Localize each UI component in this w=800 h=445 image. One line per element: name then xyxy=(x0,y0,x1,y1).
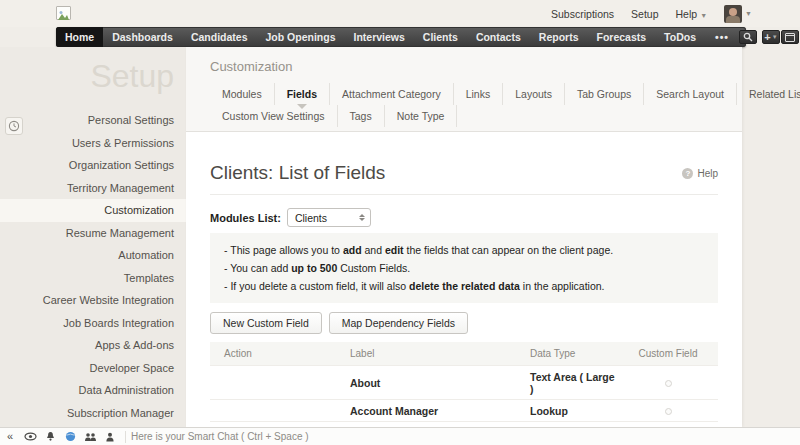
modules-select-value: Clients xyxy=(295,212,327,224)
column-header-action: Action xyxy=(210,342,336,366)
sidebar-item-personal-settings[interactable]: Personal Settings xyxy=(0,109,186,132)
tabs-row-2: Custom View SettingsTagsNote Type xyxy=(186,105,742,131)
nav-item-dashboards[interactable]: Dashboards xyxy=(103,27,182,47)
nav-item-forecasts[interactable]: Forecasts xyxy=(588,27,656,47)
tab-layouts[interactable]: Layouts xyxy=(503,83,565,105)
caret-down-icon: ▼ xyxy=(772,34,778,40)
custom-field-marker-icon xyxy=(665,380,672,387)
nav-item-more[interactable]: ••• xyxy=(705,27,739,47)
action-buttons: New Custom Field Map Dependency Fields xyxy=(210,312,718,334)
calendar-button[interactable] xyxy=(781,30,799,44)
tab-attachment-category[interactable]: Attachment Category xyxy=(330,83,454,105)
tab-tags[interactable]: Tags xyxy=(338,105,385,127)
nav-item-job-openings[interactable]: Job Openings xyxy=(256,27,344,47)
note-line-1: - This page allows you to add and edit t… xyxy=(224,241,704,259)
sidebar-item-customization[interactable]: Customization xyxy=(0,199,186,222)
sidebar-item-automation[interactable]: Automation xyxy=(0,244,186,267)
setup-sidebar: Setup Personal SettingsUsers & Permissio… xyxy=(0,47,186,427)
topbar-right: Subscriptions Setup Help▼ ▼ xyxy=(551,0,752,27)
sidebar-item-organization-settings[interactable]: Organization Settings xyxy=(0,154,186,177)
nav-item-interviews[interactable]: Interviews xyxy=(345,27,414,47)
group-icon xyxy=(84,432,97,442)
page-title: Clients: List of Fields xyxy=(210,162,385,184)
tab-fields[interactable]: Fields xyxy=(275,83,330,105)
sidebar-item-territory-management[interactable]: Territory Management xyxy=(0,177,186,200)
setup-link[interactable]: Setup xyxy=(631,8,658,20)
sidebar-item-templates[interactable]: Templates xyxy=(0,267,186,290)
search-icon xyxy=(743,32,753,42)
note-line-3: - If you delete a custom field, it will … xyxy=(224,277,704,295)
note-line-2: - You can add up to 500 Custom Fields. xyxy=(224,259,704,277)
cell-data-type: Lookup xyxy=(516,400,618,422)
calendar-icon xyxy=(785,33,795,42)
sidebar-item-subscription-manager[interactable]: Subscription Manager xyxy=(0,402,186,425)
modules-select[interactable]: Clients xyxy=(287,208,371,227)
chat-groups-button[interactable] xyxy=(80,428,100,445)
help-link[interactable]: ? Help xyxy=(682,168,718,179)
cell-label: Account Manager xyxy=(336,400,516,422)
column-header-label: Label xyxy=(336,342,516,366)
cell-custom-field xyxy=(618,366,718,400)
help-menu[interactable]: Help▼ xyxy=(676,8,708,20)
double-chevron-left-icon: « xyxy=(7,431,13,442)
chat-network-button[interactable] xyxy=(60,428,80,445)
tab-search-layout[interactable]: Search Layout xyxy=(644,83,737,105)
navbar-button-group: +▼ xyxy=(762,30,800,44)
chat-contacts-button[interactable] xyxy=(100,428,120,445)
help-question-icon: ? xyxy=(682,168,693,179)
sidebar-item-developer-space[interactable]: Developer Space xyxy=(0,357,186,380)
map-dependency-fields-button[interactable]: Map Dependency Fields xyxy=(329,312,468,334)
recent-items-button[interactable] xyxy=(5,117,23,135)
nav-item-home[interactable]: Home xyxy=(56,27,103,47)
tab-note-type[interactable]: Note Type xyxy=(385,105,458,127)
sidebar-item-resume-management[interactable]: Resume Management xyxy=(0,222,186,245)
nav-item-todos[interactable]: ToDos xyxy=(655,27,705,47)
sidebar-item-data-administration[interactable]: Data Administration xyxy=(0,379,186,402)
chat-notifications-button[interactable] xyxy=(40,428,60,445)
sidebar-item-users-permissions[interactable]: Users & Permissions xyxy=(0,132,186,155)
card-header: Customization ModulesFieldsAttachment Ca… xyxy=(186,47,742,132)
tab-links[interactable]: Links xyxy=(454,83,504,105)
fields-table-header-row: ActionLabelData TypeCustom Field xyxy=(210,342,718,366)
chat-collapse-button[interactable]: « xyxy=(0,428,20,445)
tab-custom-view-settings[interactable]: Custom View Settings xyxy=(210,105,338,127)
tab-tab-groups[interactable]: Tab Groups xyxy=(565,83,644,105)
sidebar-item-career-website-integration[interactable]: Career Website Integration xyxy=(0,289,186,312)
modules-list-label: Modules List: xyxy=(210,212,281,224)
sidebar-list: Personal SettingsUsers & PermissionsOrga… xyxy=(0,109,186,424)
custom-field-marker-icon xyxy=(665,408,672,415)
column-header-data-type: Data Type xyxy=(516,342,618,366)
company-logo-placeholder-icon[interactable] xyxy=(56,6,71,20)
nav-item-contacts[interactable]: Contacts xyxy=(467,27,530,47)
table-row: AboutText Area ( Large ) xyxy=(210,366,718,400)
nav-items: HomeDashboardsCandidatesJob OpeningsInte… xyxy=(56,27,705,47)
tab-modules[interactable]: Modules xyxy=(210,83,275,105)
search-button[interactable] xyxy=(739,30,757,44)
smart-chat-input[interactable] xyxy=(131,431,451,442)
table-row: Account ManagerLookup xyxy=(210,400,718,422)
subscriptions-link[interactable]: Subscriptions xyxy=(551,8,614,20)
content-body: Clients: List of Fields ? Help Modules L… xyxy=(186,162,742,445)
tab-related-list[interactable]: Related List xyxy=(737,83,800,105)
globe-icon xyxy=(65,431,76,442)
quick-add-button[interactable]: +▼ xyxy=(762,30,780,44)
help-caret-icon: ▼ xyxy=(700,12,707,19)
nav-item-clients[interactable]: Clients xyxy=(414,27,467,47)
info-notes: - This page allows you to add and edit t… xyxy=(210,233,718,303)
eye-icon xyxy=(24,432,37,441)
cell-data-type: Text Area ( Large ) xyxy=(516,366,618,400)
navbar-right-tools: +▼ xyxy=(739,27,800,47)
user-menu[interactable]: ▼ xyxy=(724,5,752,23)
sidebar-item-apps-add-ons[interactable]: Apps & Add-ons xyxy=(0,334,186,357)
sidebar-item-job-boards-integration[interactable]: Job Boards Integration xyxy=(0,312,186,335)
column-header-custom-field: Custom Field xyxy=(618,342,718,366)
plus-icon: + xyxy=(764,32,770,42)
new-custom-field-button[interactable]: New Custom Field xyxy=(210,312,322,334)
cell-action xyxy=(210,400,336,422)
nav-item-reports[interactable]: Reports xyxy=(530,27,588,47)
cell-label: About xyxy=(336,366,516,400)
chat-presence-button[interactable] xyxy=(20,428,40,445)
nav-item-candidates[interactable]: Candidates xyxy=(182,27,257,47)
person-icon xyxy=(105,432,115,442)
user-menu-caret-icon: ▼ xyxy=(745,10,752,17)
